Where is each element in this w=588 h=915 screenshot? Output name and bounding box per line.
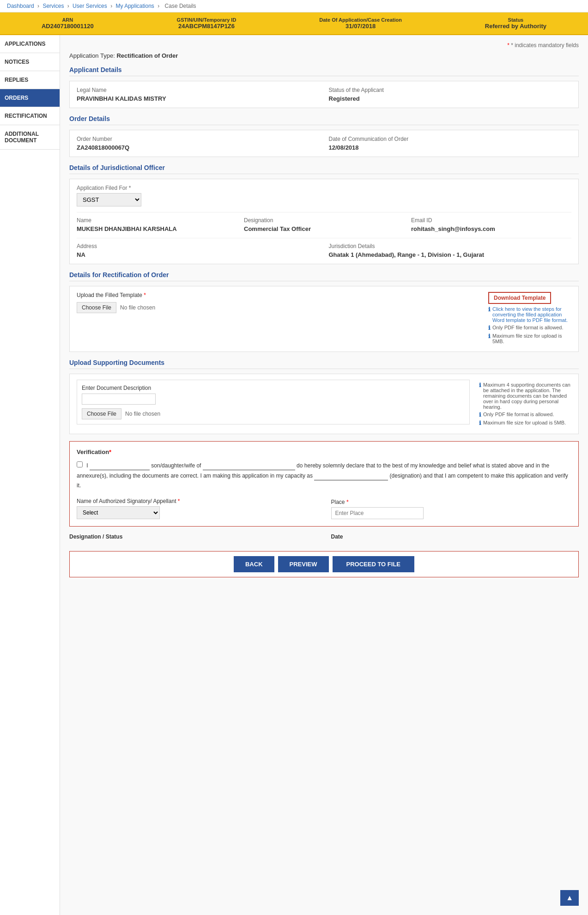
date-item: Date Of Application/Case Creation 31/07/… (319, 17, 402, 30)
capacity-input[interactable] (314, 472, 388, 480)
jurisdiction-details-value: Ghatak 1 (Ahmedabad), Range - 1, Divisio… (329, 251, 572, 258)
scroll-to-top-button[interactable]: ▲ (560, 890, 579, 906)
preview-button[interactable]: PREVIEW (278, 556, 329, 572)
date-label: Date (331, 533, 579, 540)
supporting-docs-header: Upload Supporting Documents (69, 359, 579, 369)
date-label: Date Of Application/Case Creation (319, 17, 402, 23)
address-value: NA (77, 251, 320, 258)
arn-value: AD2407180001120 (42, 23, 94, 30)
order-number-value: ZA240818000067Q (77, 144, 320, 151)
address-label: Address (77, 243, 320, 249)
officer-email-label: Email ID (411, 217, 571, 224)
signatory-label: Name of Authorized Signatory/ Appellant … (77, 498, 317, 504)
officer-designation-value: Commercial Tax Officer (244, 225, 404, 232)
designation-status-label: Designation / Status (69, 533, 317, 540)
officer-name-value: MUKESH DHANJIBHAI KARSHALA (77, 225, 237, 232)
upload-template-label: Upload the Filled Template * (77, 292, 479, 298)
legal-name-label: Legal Name (77, 87, 320, 93)
jurisdiction-details-label: Jurisdiction Details (329, 243, 572, 249)
verification-header: Verification* (77, 448, 571, 455)
top-info-bar: ARN AD2407180001120 GSTIN/UIN/Temporary … (0, 12, 588, 35)
parent-name-input[interactable] (203, 461, 295, 470)
verification-checkbox[interactable] (77, 461, 83, 467)
supporting-pdf-only-note: Only PDF file format is allowed. (483, 412, 554, 417)
order-date-label: Date of Communication of Order (329, 136, 572, 142)
pdf-only-note: Only PDF file format is allowed. (492, 325, 563, 330)
no-file-template-text: No file chosen (120, 304, 155, 311)
rectification-card: Upload the Filled Template * Choose File… (69, 286, 579, 352)
sidebar-item-notices[interactable]: NOTICES (0, 53, 60, 71)
choose-file-doc-button[interactable]: Choose File (82, 408, 121, 419)
verification-section: Verification* I son/daughter/wife of do … (69, 441, 579, 527)
app-filed-for-select[interactable]: SGST CGST IGST (77, 193, 141, 206)
application-type: Application Type: Rectification of Order (69, 52, 579, 59)
convert-steps-link[interactable]: Click here to view the steps for convert… (492, 306, 571, 323)
proceed-to-file-button[interactable]: PROCEED TO FILE (333, 556, 415, 572)
breadcrumb-my-applications[interactable]: My Applications (115, 3, 154, 9)
legal-name-value: PRAVINBHAI KALIDAS MISTRY (77, 95, 320, 102)
max-docs-note: Maximum 4 supporting documents can be at… (483, 382, 571, 410)
applicant-status-label: Status of the Applicant (329, 87, 572, 93)
breadcrumb-user-services[interactable]: User Services (73, 3, 107, 9)
applicant-status-value: Registered (329, 95, 572, 102)
place-input[interactable] (331, 507, 424, 519)
choose-file-template-button[interactable]: Choose File (77, 302, 116, 313)
signatory-select[interactable]: Select (77, 506, 160, 519)
mandatory-note: * * indicates mandatory fields (69, 42, 579, 48)
sidebar: APPLICATIONS NOTICES REPLIES ORDERS RECT… (0, 35, 60, 915)
jurisdiction-header: Details of Jurisdictional Officer (69, 164, 579, 174)
arn-item: ARN AD2407180001120 (42, 17, 94, 30)
order-details-header: Order Details (69, 115, 579, 125)
order-details-card: Order Number ZA240818000067Q Date of Com… (69, 130, 579, 157)
breadcrumb: Dashboard › Services › User Services › M… (0, 0, 588, 12)
designation-date-row: Designation / Status Date (69, 533, 579, 542)
officer-designation-label: Designation (244, 217, 404, 224)
sidebar-item-applications[interactable]: APPLICATIONS (0, 35, 60, 53)
app-filed-for-label: Application Filed For * (77, 185, 571, 191)
jurisdiction-card: Application Filed For * SGST CGST IGST N… (69, 179, 579, 264)
doc-desc-input[interactable] (82, 394, 156, 405)
sidebar-item-additional-document[interactable]: ADDITIONAL DOCUMENT (0, 125, 60, 150)
date-value: 31/07/2018 (319, 23, 402, 30)
gstin-label: GSTIN/UIN/Temporary ID (177, 17, 236, 23)
officer-email-value: rohitash_singh@infosys.com (411, 225, 571, 232)
sidebar-item-rectification[interactable]: RECTIFICATION (0, 107, 60, 125)
place-label: Place * (331, 499, 572, 505)
action-bar: BACK PREVIEW PROCEED TO FILE (69, 551, 579, 577)
content-area: * * indicates mandatory fields Applicati… (60, 35, 588, 915)
gstin-value: 24ABCPM8147P1Z6 (177, 23, 236, 30)
breadcrumb-services[interactable]: Services (42, 3, 64, 9)
back-button[interactable]: BACK (234, 556, 274, 572)
breadcrumb-current: Case Details (165, 3, 196, 9)
main-container: APPLICATIONS NOTICES REPLIES ORDERS RECT… (0, 35, 588, 915)
rectification-header: Details for Rectification of Order (69, 271, 579, 281)
no-file-doc-text: No file chosen (125, 411, 160, 417)
sidebar-item-orders[interactable]: ORDERS (0, 89, 60, 107)
sidebar-item-replies[interactable]: REPLIES (0, 71, 60, 89)
supporting-docs-card: Enter Document Description Choose File N… (69, 374, 579, 434)
arn-label: ARN (42, 17, 94, 23)
download-template-button[interactable]: Download Template (488, 292, 551, 304)
order-number-label: Order Number (77, 136, 320, 142)
applicant-details-card: Legal Name PRAVINBHAI KALIDAS MISTRY Sta… (69, 81, 579, 108)
applicant-name-input[interactable] (90, 461, 150, 470)
app-type-value: Rectification of Order (116, 52, 178, 59)
status-label: Status (485, 17, 546, 23)
status-item: Status Referred by Authority (485, 17, 546, 30)
officer-name-label: Name (77, 217, 237, 224)
order-date-value: 12/08/2018 (329, 144, 572, 151)
verification-text: I son/daughter/wife of do hereby solemnl… (77, 461, 571, 491)
gstin-item: GSTIN/UIN/Temporary ID 24ABCPM8147P1Z6 (177, 17, 236, 30)
applicant-details-header: Applicant Details (69, 66, 579, 76)
breadcrumb-dashboard[interactable]: Dashboard (7, 3, 34, 9)
supporting-max-size-note: Maximum file size for upload is 5MB. (483, 420, 566, 425)
status-value: Referred by Authority (485, 23, 546, 30)
max-size-note: Maximum file size for upload is 5MB. (492, 333, 571, 344)
doc-desc-label: Enter Document Description (82, 385, 465, 391)
